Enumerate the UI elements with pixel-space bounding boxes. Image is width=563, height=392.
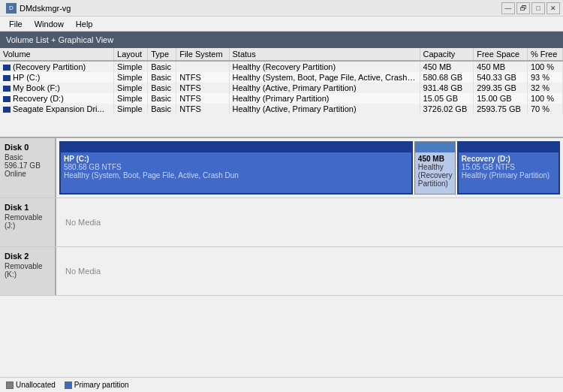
legend-primary-box — [65, 381, 72, 389]
cell-freespace-4: 2593.75 GB — [474, 104, 528, 114]
disk-row-1: Disk 1 Removable (J:) No Media — [0, 198, 563, 247]
cell-fs-3: NTFS — [176, 93, 229, 104]
cell-status-2: Healthy (Active, Primary Partition) — [229, 83, 420, 93]
cell-capacity-4: 3726.02 GB — [420, 104, 474, 114]
partition-recovery-d[interactable]: Recovery (D:) 15.05 GB NTFS Healthy (Pri… — [457, 141, 560, 194]
cell-type-3: Basic — [148, 93, 176, 104]
cell-pct-3: 100 % — [527, 93, 562, 104]
col-freespace: Free Space — [474, 48, 528, 61]
cell-capacity-0: 450 MB — [420, 61, 474, 72]
cell-pct-2: 32 % — [527, 83, 562, 93]
col-type: Type — [148, 48, 176, 61]
hp-c-status: Healthy (System, Boot, Page File, Active… — [64, 171, 408, 179]
recovery-d-detail: 15.05 GB NTFS — [462, 163, 555, 171]
maximize-button[interactable]: □ — [531, 2, 545, 14]
cell-layout-3: Simple — [114, 93, 148, 104]
cell-capacity-3: 15.05 GB — [420, 93, 474, 104]
450mb-name: 450 MB — [418, 155, 452, 163]
cell-status-1: Healthy (System, Boot, Page File, Active… — [229, 72, 420, 83]
cell-pct-4: 70 % — [527, 104, 562, 114]
graphical-section: Disk 0 Basic 596.17 GB Online HP (C:) 58… — [0, 138, 563, 392]
disk-0-size: 596.17 GB — [5, 161, 50, 170]
cell-fs-1: NTFS — [176, 72, 229, 83]
cell-type-1: Basic — [148, 72, 176, 83]
disk-1-type: Removable (J:) — [5, 213, 50, 230]
menu-bar: File Window Help — [0, 17, 563, 32]
cell-pct-1: 93 % — [527, 72, 562, 83]
legend-primary: Primary partition — [65, 381, 129, 389]
window-controls: — 🗗 □ ✕ — [501, 2, 560, 14]
close-button[interactable]: ✕ — [546, 2, 560, 14]
partition-hp-c[interactable]: HP (C:) 580.68 GB NTFS Healthy (System, … — [59, 141, 413, 194]
table-row-1[interactable]: HP (C:)SimpleBasicNTFSHealthy (System, B… — [0, 72, 563, 83]
hp-header-bar — [61, 142, 411, 152]
legend-unallocated-label: Unallocated — [16, 381, 56, 389]
table-row-0[interactable]: (Recovery Partition)SimpleBasicHealthy (… — [0, 61, 563, 72]
cell-freespace-2: 299.35 GB — [474, 83, 528, 93]
cell-fs-2: NTFS — [176, 83, 229, 93]
partition-450mb[interactable]: 450 MB Healthy (Recovery Partition) — [414, 141, 456, 194]
menu-file[interactable]: File — [3, 18, 29, 30]
cell-volume-0: (Recovery Partition) — [0, 61, 114, 72]
view-bar: Volume List + Graphical View — [0, 32, 563, 48]
volume-table: Volume Layout Type File System Status Ca… — [0, 48, 563, 114]
table-row-4[interactable]: Seagate Expansion Dri...SimpleBasicNTFSH… — [0, 104, 563, 114]
legend-unallocated: Unallocated — [6, 381, 56, 389]
menu-window[interactable]: Window — [29, 18, 70, 30]
disk-2-partitions: No Media — [56, 247, 563, 295]
disk-2-nomedia: No Media — [59, 264, 107, 279]
hp-c-name: HP (C:) — [64, 155, 408, 163]
table-header-row: Volume Layout Type File System Status Ca… — [0, 48, 563, 61]
disk-0-label: Disk 0 Basic 596.17 GB Online — [0, 138, 56, 198]
disk-1-label: Disk 1 Removable (J:) — [0, 198, 56, 246]
legend-primary-label: Primary partition — [74, 381, 129, 389]
minimize-button[interactable]: — — [501, 2, 515, 14]
window-title: DMdskmgr-vg — [20, 4, 71, 13]
disk-1-partitions: No Media — [56, 198, 563, 246]
disk-row-0: Disk 0 Basic 596.17 GB Online HP (C:) 58… — [0, 138, 563, 198]
restore-button[interactable]: 🗗 — [516, 2, 530, 14]
cell-layout-4: Simple — [114, 104, 148, 114]
col-capacity: Capacity — [420, 48, 474, 61]
col-filesystem: File System — [176, 48, 229, 61]
legend-bar: Unallocated Primary partition — [0, 377, 563, 392]
cell-freespace-0: 450 MB — [474, 61, 528, 72]
graphical-inner: Disk 0 Basic 596.17 GB Online HP (C:) 58… — [0, 138, 563, 312]
cell-volume-1: HP (C:) — [0, 72, 114, 83]
disk-0-status: Online — [5, 170, 50, 178]
legend-unallocated-box — [6, 381, 14, 389]
view-label: Volume List + Graphical View — [6, 35, 113, 44]
hp-c-detail: 580.68 GB NTFS — [64, 163, 408, 171]
cell-freespace-1: 540.33 GB — [474, 72, 528, 83]
disk-2-label: Disk 2 Removable (K:) — [0, 247, 56, 295]
cell-layout-0: Simple — [114, 61, 148, 72]
recovery-header-bar — [459, 142, 558, 152]
app-icon: D — [6, 3, 17, 14]
disk-1-nomedia: No Media — [59, 215, 107, 230]
recovery-d-name: Recovery (D:) — [462, 155, 555, 163]
table-row-3[interactable]: Recovery (D:)SimpleBasicNTFSHealthy (Pri… — [0, 93, 563, 104]
cell-status-0: Healthy (Recovery Partition) — [229, 61, 420, 72]
col-status: Status — [229, 48, 420, 61]
disk-0-name: Disk 0 — [5, 143, 50, 152]
col-percentfree: % Free — [527, 48, 562, 61]
450mb-status: Healthy (Recovery Partition) — [418, 163, 452, 188]
cell-volume-3: Recovery (D:) — [0, 93, 114, 104]
cell-type-4: Basic — [148, 104, 176, 114]
disk-0-type: Basic — [5, 153, 50, 161]
main-content: Volume Layout Type File System Status Ca… — [0, 48, 563, 392]
cell-status-4: Healthy (Active, Primary Partition) — [229, 104, 420, 114]
cell-fs-4: NTFS — [176, 104, 229, 114]
disk-1-name: Disk 1 — [5, 203, 50, 212]
table-row-2[interactable]: My Book (F:)SimpleBasicNTFSHealthy (Acti… — [0, 83, 563, 93]
cell-type-2: Basic — [148, 83, 176, 93]
cell-volume-4: Seagate Expansion Dri... — [0, 104, 114, 114]
cell-capacity-1: 580.68 GB — [420, 72, 474, 83]
disk-2-name: Disk 2 — [5, 252, 50, 261]
menu-help[interactable]: Help — [70, 18, 99, 30]
disk-2-type: Removable (K:) — [5, 262, 50, 279]
cell-freespace-3: 15.00 GB — [474, 93, 528, 104]
disk-0-partitions: HP (C:) 580.68 GB NTFS Healthy (System, … — [56, 138, 563, 198]
cell-fs-0 — [176, 61, 229, 72]
cell-volume-2: My Book (F:) — [0, 83, 114, 93]
